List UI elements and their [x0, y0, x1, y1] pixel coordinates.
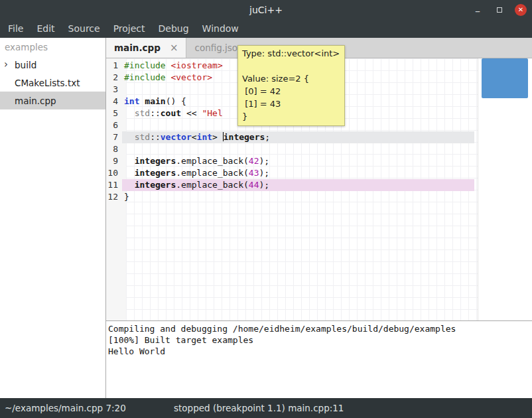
window-title: juCi++ — [0, 0, 532, 20]
token: :: — [150, 108, 161, 118]
token: int — [197, 132, 212, 142]
token: 43 — [249, 168, 259, 178]
line-number[interactable]: 9 — [106, 155, 122, 167]
token: <iostream> — [170, 60, 222, 70]
tree-item-label: build — [15, 60, 36, 70]
token — [124, 168, 135, 178]
token: < — [192, 132, 197, 142]
menu-item-project[interactable]: Project — [107, 20, 152, 38]
close-button[interactable]: ✕ — [515, 4, 527, 16]
token: () { — [166, 96, 186, 106]
token: 42 — [249, 156, 259, 166]
code-text[interactable]: integers.emplace_back(42); — [122, 155, 474, 167]
output-panel[interactable]: Compiling and debugging /home/eidheim/ex… — [106, 320, 532, 398]
line-number[interactable]: 6 — [106, 119, 122, 131]
token: 44 — [249, 180, 259, 190]
tab-main.cpp[interactable]: main.cpp× — [106, 38, 186, 58]
token: .emplace_back( — [176, 156, 249, 166]
code-line: 9 integers.emplace_back(42); — [106, 155, 532, 167]
menu-item-debug[interactable]: Debug — [152, 20, 196, 38]
project-name: examples — [0, 38, 105, 56]
code-text[interactable]: integers.emplace_back(43); — [122, 167, 474, 179]
tooltip-line: } — [242, 110, 340, 123]
code-line: 11 integers.emplace_back(44); — [106, 179, 532, 191]
restore-icon — [497, 7, 502, 13]
token — [124, 156, 135, 166]
file-tree: ›buildCMakeLists.txtmain.cpp — [0, 56, 105, 109]
scrollbar-thumb[interactable] — [482, 58, 528, 98]
statusbar-file-position: ~/examples/main.cpp 7:20 — [5, 398, 126, 418]
restore-button[interactable] — [493, 3, 506, 17]
token: #include — [124, 60, 166, 70]
line-number[interactable]: 4 — [106, 96, 122, 107]
menu-item-window[interactable]: Window — [196, 20, 245, 38]
tree-item-label: main.cpp — [15, 96, 56, 106]
token: std — [135, 108, 150, 118]
output-line: [100%] Built target examples — [108, 334, 532, 346]
menubar: FileEditSourceProjectDebugWindow — [0, 20, 532, 38]
token: ); — [259, 156, 270, 166]
tooltip-line: [1] = 43 — [242, 98, 340, 110]
tooltip-line: Value: size=2 { — [242, 72, 340, 85]
tab-close-icon[interactable]: × — [170, 43, 178, 53]
sidebar: examples ›buildCMakeLists.txtmain.cpp — [0, 38, 106, 398]
line-number[interactable]: 5 — [106, 107, 122, 119]
output-line: Hello World — [108, 346, 532, 357]
token: main — [145, 96, 165, 106]
menu-item-source[interactable]: Source — [62, 20, 107, 38]
statusbar: ~/examples/main.cpp 7:20 stopped (breakp… — [0, 398, 532, 418]
token: integers — [224, 132, 265, 142]
tab-label: config.json — [194, 42, 243, 53]
token: << — [181, 108, 202, 118]
code-text[interactable]: std::vector<int> integers; — [122, 131, 474, 143]
token — [218, 132, 223, 142]
debug-tooltip: Type: std::vector<int> Value: size=2 { [… — [237, 45, 345, 126]
menu-item-edit[interactable]: Edit — [30, 20, 61, 38]
code-line: 8 — [106, 143, 532, 155]
line-number[interactable]: 12 — [106, 191, 122, 203]
token: "Hel — [202, 108, 222, 118]
tree-item-cmakelists.txt[interactable]: CMakeLists.txt — [0, 74, 105, 92]
tooltip-line — [242, 60, 340, 72]
code-line: 10 integers.emplace_back(43); — [106, 167, 532, 179]
tooltip-line: Type: std::vector<int> — [242, 47, 340, 60]
tab-label: main.cpp — [114, 42, 161, 53]
minimize-button[interactable]: – — [471, 3, 484, 17]
tree-item-main.cpp[interactable]: main.cpp — [0, 92, 105, 109]
token: <vector> — [170, 72, 212, 82]
titlebar: juCi++ –✕ — [0, 0, 532, 20]
token: integers — [135, 156, 176, 166]
token: ); — [259, 180, 270, 190]
token: ); — [259, 168, 270, 178]
token: :: — [150, 132, 161, 142]
menu-item-file[interactable]: File — [1, 20, 30, 38]
code-text[interactable]: } — [122, 191, 474, 203]
line-number[interactable]: 2 — [106, 72, 122, 84]
token: .emplace_back( — [176, 180, 249, 190]
token: > — [212, 132, 218, 142]
line-number[interactable]: 10 — [106, 167, 122, 179]
code-line: 7 std::vector<int> integers; — [106, 131, 532, 143]
window-controls: –✕ — [471, 0, 527, 20]
token: cout — [161, 108, 181, 118]
token: #include — [124, 72, 166, 82]
line-number[interactable]: 3 — [106, 84, 122, 96]
close-icon: ✕ — [518, 7, 523, 13]
minimize-icon: – — [475, 6, 480, 17]
token: std — [135, 132, 150, 142]
code-text[interactable] — [122, 143, 474, 155]
token: integers — [135, 168, 176, 178]
token: ; — [265, 132, 270, 142]
token: } — [124, 192, 129, 202]
tooltip-line: [0] = 42 — [242, 85, 340, 98]
tree-item-build[interactable]: ›build — [0, 56, 105, 74]
line-number[interactable]: 11 — [106, 179, 122, 191]
statusbar-debug-status: stopped (breakpoint 1.1) main.cpp:11 — [174, 398, 344, 418]
token — [124, 132, 135, 142]
line-number[interactable]: 7 — [106, 131, 122, 143]
chevron-right-icon: › — [4, 60, 15, 70]
code-text[interactable]: integers.emplace_back(44); — [122, 179, 474, 191]
line-number[interactable]: 1 — [106, 60, 122, 72]
token: integers — [135, 180, 176, 190]
line-number[interactable]: 8 — [106, 143, 122, 155]
